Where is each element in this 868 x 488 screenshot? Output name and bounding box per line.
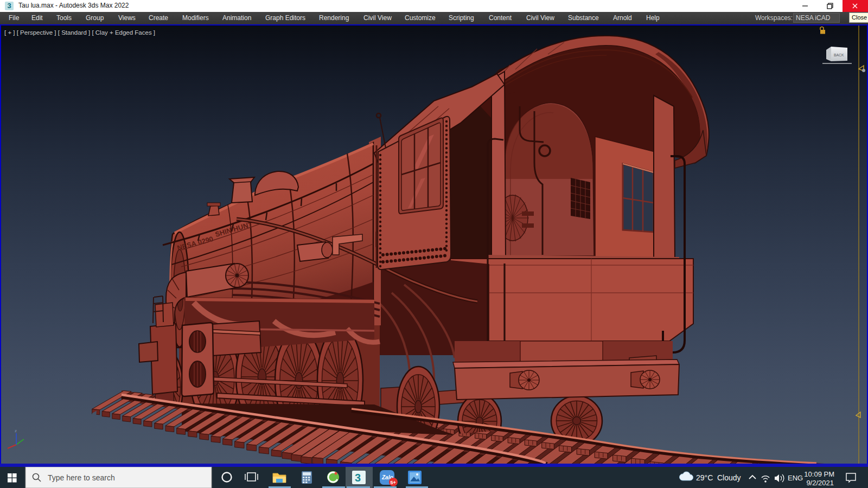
svg-text:Type here to search: Type here to search bbox=[48, 473, 115, 482]
svg-text:10:09 PM: 10:09 PM bbox=[804, 470, 834, 478]
svg-text:ENG: ENG bbox=[788, 474, 803, 482]
svg-text:3: 3 bbox=[355, 472, 361, 484]
svg-text:29°C: 29°C bbox=[696, 473, 713, 482]
svg-text:Cloudy: Cloudy bbox=[717, 473, 741, 482]
svg-text:9/2/2021: 9/2/2021 bbox=[806, 479, 834, 487]
svg-text:5+: 5+ bbox=[391, 480, 396, 485]
